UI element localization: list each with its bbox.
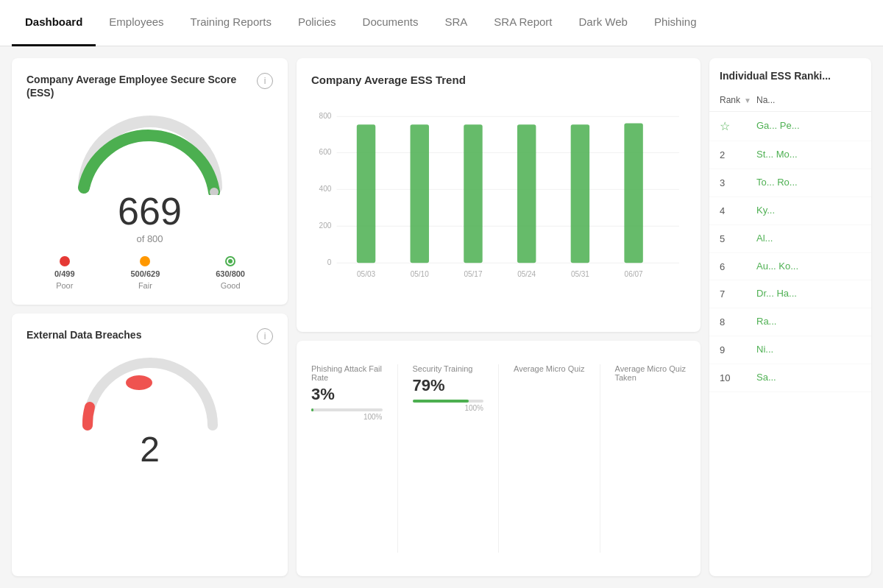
rank-table-body: ☆Ga... Pe...2St... Mo...3To... Ro...4Ky.…	[709, 112, 871, 392]
rank-row[interactable]: 8Ra...	[709, 308, 871, 336]
ess-score: 669	[118, 189, 182, 233]
svg-rect-15	[517, 124, 536, 263]
rank-name-cell: To... Ro...	[756, 177, 861, 189]
svg-rect-16	[571, 124, 589, 263]
breach-card-title: External Data Breaches	[26, 328, 141, 341]
svg-text:200: 200	[319, 222, 332, 230]
trend-card: Company Average ESS Trend 800 600 400 20…	[297, 58, 701, 332]
micro-quiz-taken-label: Average Micro Quiz Taken	[615, 364, 687, 382]
name-col-header: Na...	[756, 95, 861, 105]
micro-quiz-label: Average Micro Quiz	[514, 364, 585, 373]
phishing-label: Phishing Attack Fail Rate	[311, 364, 383, 382]
rank-number-cell: 10	[720, 372, 756, 383]
rank-name-cell: Al...	[756, 233, 861, 245]
rank-name-cell: Au... Ko...	[756, 261, 861, 273]
rank-sort-icon: ▼	[744, 96, 751, 105]
rank-row[interactable]: 7Dr... Ha...	[709, 280, 871, 308]
legend-poor-label: Poor	[56, 281, 73, 290]
ess-gauge: 669 of 800	[26, 107, 273, 244]
stats-card: Phishing Attack Fail Rate 3% 100% Securi…	[297, 341, 701, 577]
nav-item-dark-web[interactable]: Dark Web	[566, 0, 641, 46]
svg-rect-12	[357, 124, 375, 263]
micro-quiz-section: Average Micro Quiz	[499, 353, 600, 565]
legend-fair-dot	[140, 256, 150, 266]
rank-number-cell: 8	[720, 316, 756, 327]
legend-fair: 500/629 Fair	[130, 256, 160, 290]
rank-row[interactable]: 5Al...	[709, 225, 871, 253]
svg-rect-14	[464, 124, 482, 263]
ess-legend: 0/499 Poor 500/629 Fair 630/800 Good	[26, 256, 273, 290]
breach-number: 2	[140, 429, 160, 470]
breach-card: External Data Breaches i 2	[12, 314, 288, 576]
nav-item-sra[interactable]: SRA	[431, 0, 480, 46]
svg-text:0: 0	[327, 258, 332, 266]
training-label: Security Training	[413, 364, 484, 373]
rank-number-cell: 3	[720, 177, 756, 188]
training-progress-max: 100%	[413, 404, 484, 412]
rank-number-cell: 2	[720, 149, 756, 160]
rank-name-cell: Ni...	[756, 344, 861, 356]
rank-number-cell: 4	[720, 205, 756, 216]
rank-number-cell: 6	[720, 261, 756, 272]
training-value: 79%	[413, 376, 484, 395]
name-label: Na...	[756, 95, 775, 105]
rank-table-header: Rank ▼ Na...	[709, 89, 871, 112]
legend-poor-range: 0/499	[54, 269, 75, 278]
rank-row[interactable]: 4Ky...	[709, 197, 871, 225]
svg-text:800: 800	[319, 112, 332, 120]
phishing-progress-max: 100%	[311, 413, 383, 421]
ess-of-label: of 800	[136, 233, 163, 244]
mid-column: Company Average ESS Trend 800 600 400 20…	[297, 58, 701, 576]
ess-card: Company Average Employee Secure Score (E…	[12, 58, 288, 305]
nav-item-policies[interactable]: Policies	[285, 0, 350, 46]
rank-name-cell: Sa...	[756, 372, 861, 384]
gauge-svg	[69, 107, 231, 195]
rank-number-cell: 7	[720, 288, 756, 300]
nav-item-employees[interactable]: Employees	[96, 0, 177, 46]
rank-number-cell: 5	[720, 233, 756, 244]
svg-text:05/17: 05/17	[464, 270, 482, 278]
left-column: Company Average Employee Secure Score (E…	[12, 58, 288, 576]
rank-name-cell: St... Mo...	[756, 149, 861, 161]
rank-number-cell: 9	[720, 344, 756, 355]
rank-row[interactable]: 2St... Mo...	[709, 141, 871, 169]
nav-item-phishing[interactable]: Phishing	[641, 0, 710, 46]
rank-row[interactable]: 10Sa...	[709, 364, 871, 392]
rank-row[interactable]: 9Ni...	[709, 336, 871, 364]
nav-item-sra-report[interactable]: SRA Report	[480, 0, 565, 46]
svg-rect-17	[624, 123, 642, 263]
breach-svg	[77, 352, 224, 433]
ranking-header: Individual ESS Ranki...	[709, 58, 871, 89]
breach-info-icon[interactable]: i	[257, 328, 273, 344]
breach-gauge: 2	[26, 352, 273, 470]
svg-text:06/07: 06/07	[625, 270, 643, 278]
nav-item-dashboard[interactable]: Dashboard	[12, 0, 96, 46]
ess-info-icon[interactable]: i	[257, 73, 273, 89]
micro-quiz-taken-section: Average Micro Quiz Taken	[600, 353, 701, 565]
rank-row[interactable]: 6Au... Ko...	[709, 253, 871, 281]
svg-point-1	[126, 375, 152, 390]
legend-good-label: Good	[221, 281, 241, 290]
rank-row[interactable]: 3To... Ro...	[709, 169, 871, 197]
ess-card-title: Company Average Employee Secure Score (E…	[26, 73, 257, 99]
svg-rect-13	[411, 124, 429, 263]
trend-card-title: Company Average ESS Trend	[311, 73, 686, 88]
legend-good-range: 630/800	[216, 269, 245, 278]
phishing-progress-bar	[311, 408, 383, 411]
nav-item-training-reports[interactable]: Training Reports	[177, 0, 285, 46]
rank-row[interactable]: ☆Ga... Pe...	[709, 112, 871, 141]
rank-col-header[interactable]: Rank ▼	[720, 95, 756, 105]
rank-name-cell: Ra...	[756, 316, 861, 328]
ranking-title: Individual ESS Ranki...	[720, 70, 861, 82]
svg-text:400: 400	[319, 185, 332, 193]
phishing-value: 3%	[311, 385, 383, 404]
rank-name-cell: Ga... Pe...	[756, 120, 861, 132]
rank-number-cell: ☆	[720, 119, 756, 133]
phishing-stat-section: Phishing Attack Fail Rate 3% 100%	[297, 353, 397, 565]
trend-chart-svg: 800 600 400 200 0	[311, 96, 686, 317]
rank-label: Rank	[720, 95, 740, 105]
chart-area: 800 600 400 200 0	[311, 96, 686, 317]
nav-item-documents[interactable]: Documents	[350, 0, 432, 46]
svg-text:05/10: 05/10	[411, 270, 429, 278]
training-progress-bar	[413, 400, 484, 403]
